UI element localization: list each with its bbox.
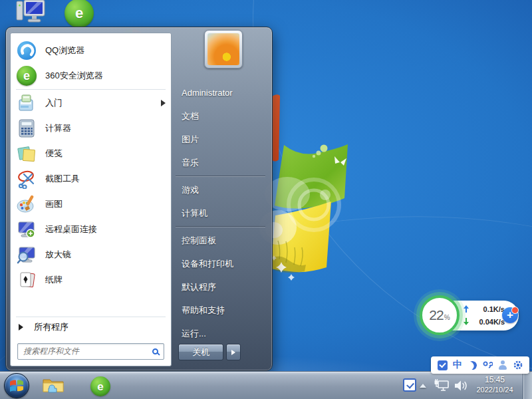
menu-item-360-browser[interactable]: e 360安全浏览器	[11, 63, 171, 88]
menu-item-snipping-tool[interactable]: 截图工具	[11, 166, 171, 192]
all-programs-button[interactable]: 所有程序	[11, 318, 171, 336]
menu-item-sticky-notes[interactable]: 便笺	[11, 141, 171, 166]
download-arrow-icon	[464, 318, 469, 325]
ime-status-icon[interactable]	[436, 359, 448, 371]
shutdown-arrow-icon	[231, 350, 235, 355]
menu-item-paint[interactable]: 画图	[11, 192, 171, 217]
solitaire-icon	[16, 269, 37, 291]
start-menu: QQ浏览器 e 360安全浏览器 入门 计算器	[5, 27, 273, 371]
desktop: e 0.1K/s 0.04K/s + 22 %	[0, 0, 532, 399]
menu-separator	[176, 226, 265, 227]
ime-user-skin-icon[interactable]	[497, 359, 509, 371]
360-browser-icon: e	[75, 6, 83, 21]
start-button[interactable]	[4, 373, 29, 398]
calculator-icon	[16, 118, 37, 139]
upload-arrow-icon	[464, 305, 469, 313]
menu-item-label: 计算器	[45, 122, 71, 134]
menu-item-games[interactable]: 游戏	[172, 178, 269, 201]
download-speed: 0.04K/s	[471, 318, 505, 326]
tray-volume-icon[interactable]	[454, 379, 468, 392]
taskbar-360-browser-button[interactable]: e	[90, 376, 110, 396]
avatar-flower-image	[207, 33, 239, 65]
tray-checkbox-icon[interactable]	[403, 378, 416, 392]
tray-time: 15:45	[467, 375, 523, 385]
tray-date: 2022/10/24	[467, 385, 523, 395]
all-programs-arrow-icon	[19, 324, 23, 331]
magnifier-icon	[16, 244, 37, 265]
search-input[interactable]	[22, 346, 152, 356]
menu-spacer	[11, 293, 171, 316]
menu-item-label: 截图工具	[45, 173, 80, 185]
speed-widget: 0.1K/s 0.04K/s + 22 %	[420, 295, 519, 336]
menu-item-label: 入门	[45, 97, 63, 109]
menu-item-default-programs[interactable]: 默认程序	[172, 275, 269, 299]
show-desktop-button[interactable]	[523, 372, 532, 399]
menu-separator	[16, 317, 166, 317]
widget-plus-button[interactable]: +	[502, 307, 518, 323]
ime-settings-gear-icon[interactable]	[512, 359, 524, 371]
taskbar-explorer-button[interactable]	[41, 376, 65, 396]
menu-item-music[interactable]: 音乐	[172, 151, 269, 174]
tray-show-hidden-icons[interactable]	[420, 384, 426, 388]
computer-icon	[15, 0, 47, 27]
paint-icon	[16, 194, 37, 215]
start-menu-left-panel: QQ浏览器 e 360安全浏览器 入门 计算器	[10, 33, 172, 366]
menu-item-label: 放大镜	[45, 249, 71, 261]
user-avatar[interactable]	[204, 30, 243, 68]
menu-item-solitaire[interactable]: 纸牌	[11, 267, 171, 293]
getting-started-icon	[16, 92, 37, 114]
search-icon[interactable]	[152, 348, 158, 354]
menu-item-calculator[interactable]: 计算器	[11, 116, 171, 141]
windows7-wallpaper-flag	[259, 93, 359, 286]
all-programs-label: 所有程序	[34, 321, 68, 333]
memory-percent: 22	[429, 307, 443, 323]
menu-item-label: 远程桌面连接	[45, 223, 97, 235]
shutdown-options-button[interactable]	[226, 344, 241, 360]
desktop-icon-360-browser[interactable]: e	[65, 0, 94, 28]
upload-speed: 0.1K/s	[471, 305, 505, 313]
menu-item-label: 便笺	[45, 148, 63, 160]
desktop-icon-computer[interactable]	[15, 0, 47, 29]
menu-item-label: 画图	[45, 198, 63, 210]
menu-item-control-panel[interactable]: 控制面板	[172, 229, 269, 252]
menu-item-qq-browser[interactable]: QQ浏览器	[11, 38, 171, 63]
windows-logo-icon	[9, 379, 24, 392]
start-menu-right-panel: Administrator 文档 图片 音乐 游戏 计算机 控制面板 设备和打印…	[172, 27, 269, 361]
qq-browser-icon	[16, 40, 37, 61]
shutdown-button[interactable]: 关机	[178, 344, 223, 360]
menu-item-magnifier[interactable]: 放大镜	[11, 242, 171, 267]
menu-item-pictures[interactable]: 图片	[172, 128, 269, 151]
ime-fullwidth-moon-icon[interactable]	[467, 359, 479, 371]
remote-desktop-icon	[16, 219, 37, 240]
memory-usage-ball[interactable]: 22 %	[420, 295, 460, 335]
ime-language-bar: 中	[431, 356, 529, 374]
menu-item-label: QQ浏览器	[45, 45, 84, 57]
submenu-arrow-icon	[161, 100, 166, 106]
search-box	[17, 343, 164, 360]
tray-clock[interactable]: 15:45 2022/10/24	[467, 375, 523, 395]
shutdown-controls: 关机	[178, 344, 241, 360]
menu-item-run[interactable]: 运行...	[172, 322, 269, 345]
network-speeds: 0.1K/s 0.04K/s	[464, 303, 505, 328]
search-row	[11, 336, 171, 366]
folder-icon	[42, 376, 65, 395]
sticky-notes-icon	[16, 143, 37, 164]
menu-item-computer[interactable]: 计算机	[172, 201, 269, 225]
menu-separator	[16, 89, 166, 90]
menu-separator	[176, 176, 265, 177]
taskbar	[0, 371, 532, 399]
ime-chinese-mode-button[interactable]: 中	[452, 359, 464, 371]
menu-item-documents[interactable]: 文档	[172, 104, 269, 128]
menu-item-devices-printers[interactable]: 设备和打印机	[172, 252, 269, 275]
ime-punctuation-icon[interactable]	[481, 359, 493, 371]
menu-item-help-support[interactable]: 帮助和支持	[172, 299, 269, 322]
percent-unit: %	[444, 314, 450, 321]
menu-item-getting-started[interactable]: 入门	[11, 90, 171, 116]
menu-item-label: 360安全浏览器	[45, 70, 103, 82]
menu-item-user[interactable]: Administrator	[172, 80, 269, 104]
menu-item-label: 纸牌	[45, 274, 63, 286]
snipping-tool-icon	[16, 168, 37, 190]
menu-item-remote-desktop[interactable]: 远程桌面连接	[11, 217, 171, 242]
tray-network-icon[interactable]	[434, 378, 451, 393]
360-browser-icon: e	[16, 65, 37, 86]
